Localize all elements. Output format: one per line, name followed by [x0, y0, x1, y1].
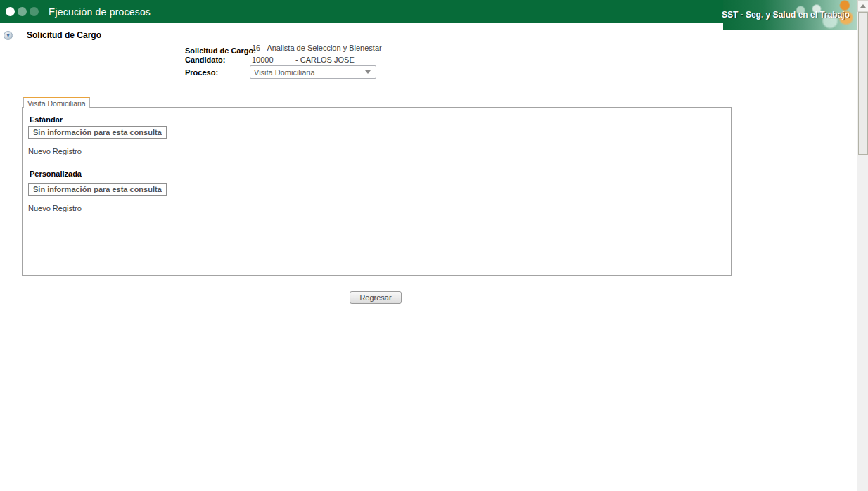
field-value-candidato-name: - CARLOS JOSE: [295, 56, 355, 64]
subsection-title-estandar: Estándar: [30, 115, 63, 124]
proceso-select[interactable]: Visita Domiciliaria: [250, 65, 376, 79]
subsection-title-personalizada: Personalizada: [30, 170, 82, 178]
window-dot-icon[interactable]: [6, 7, 15, 16]
field-value-solicitud: 16 - Analista de Seleccion y Bienestar: [252, 44, 382, 52]
field-label-solicitud: Solicitud de Cargo:: [185, 46, 256, 55]
app-title: Ejecución de procesos: [49, 6, 151, 18]
proceso-selected-value: Visita Domiciliaria: [250, 68, 365, 77]
collapse-arrow-icon[interactable]: ▼: [4, 31, 13, 40]
window-dot-icon[interactable]: [30, 7, 39, 16]
empty-result-box: Sin información para esta consulta: [28, 126, 167, 139]
brand-banner-image: SST - Seg. y Salud en el Trabajo: [723, 0, 857, 30]
chevron-down-icon: [365, 70, 371, 74]
window-dot-icon[interactable]: [18, 7, 27, 16]
tab-content-panel: Estándar Sin información para esta consu…: [22, 107, 732, 276]
field-value-candidato-code: 10000: [252, 56, 274, 64]
scroll-up-button[interactable]: [857, 0, 868, 12]
nuevo-registro-link-personalizada[interactable]: Nuevo Registro: [28, 204, 82, 212]
regresar-button[interactable]: Regresar: [350, 291, 402, 304]
triangle-up-icon: [860, 4, 866, 8]
nuevo-registro-link-estandar[interactable]: Nuevo Registro: [28, 147, 82, 155]
section-header: ▼ Solicitud de Cargo: [0, 30, 101, 40]
application-window: Ejecución de procesos SST - Seg. y Salud…: [0, 0, 868, 491]
vertical-scrollbar[interactable]: [857, 0, 868, 491]
brand-text: SST - Seg. y Salud en el Trabajo: [722, 10, 850, 20]
tab-visita-domiciliaria[interactable]: Visita Domiciliaria: [23, 97, 90, 108]
field-label-candidato: Candidato:: [185, 56, 225, 64]
page-title: Solicitud de Cargo: [27, 30, 101, 40]
window-controls: [6, 7, 39, 16]
field-label-proceso: Proceso:: [185, 68, 218, 77]
scrollbar-thumb[interactable]: [858, 12, 868, 155]
empty-result-box: Sin información para esta consulta: [28, 183, 167, 196]
